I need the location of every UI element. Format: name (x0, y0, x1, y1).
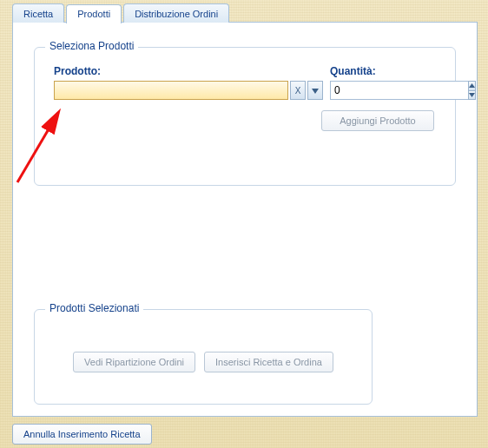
quantita-up-button[interactable] (468, 81, 476, 91)
quantita-input[interactable] (330, 81, 469, 100)
tab-distribuzione[interactable]: Distribuzione Ordini (123, 3, 229, 23)
tab-panel: Seleziona Prodotti Prodotto: X Quan (12, 22, 478, 417)
seleziona-legend: Seleziona Prodotti (45, 40, 138, 52)
tab-prodotti[interactable]: Prodotti (66, 4, 122, 23)
prodotto-label: Prodotto: (54, 65, 323, 77)
svg-marker-1 (469, 83, 475, 88)
svg-marker-0 (312, 89, 319, 94)
prodotto-combo: X (54, 81, 323, 100)
quantita-label: Quantità: (330, 65, 434, 77)
svg-marker-2 (469, 93, 475, 97)
annulla-inserimento-button[interactable]: Annulla Inserimento Ricetta (12, 424, 152, 445)
inserisci-ricetta-button[interactable]: Inserisci Ricetta e Ordina (204, 352, 333, 372)
tab-ricetta[interactable]: Ricetta (12, 3, 64, 23)
chevron-down-icon (469, 93, 475, 97)
prodotti-selezionati-fieldset: Prodotti Selezionati Vedi Ripartizione O… (34, 309, 373, 405)
selezionati-legend: Prodotti Selezionati (45, 302, 143, 314)
aggiungi-prodotto-button[interactable]: Aggiungi Prodotto (321, 110, 434, 131)
prodotto-dropdown-button[interactable] (307, 81, 323, 100)
seleziona-prodotti-fieldset: Seleziona Prodotti Prodotto: X Quan (34, 47, 456, 186)
quantita-spinner (330, 81, 391, 100)
chevron-up-icon (469, 83, 475, 88)
prodotto-clear-button[interactable]: X (290, 81, 306, 100)
clear-icon: X (295, 86, 301, 96)
chevron-down-icon (312, 86, 319, 96)
tab-strip: Ricetta Prodotti Distribuzione Ordini (12, 3, 231, 23)
prodotto-input[interactable] (54, 81, 288, 100)
quantita-down-button[interactable] (468, 91, 476, 101)
vedi-ripartizione-button[interactable]: Vedi Ripartizione Ordini (73, 352, 195, 372)
